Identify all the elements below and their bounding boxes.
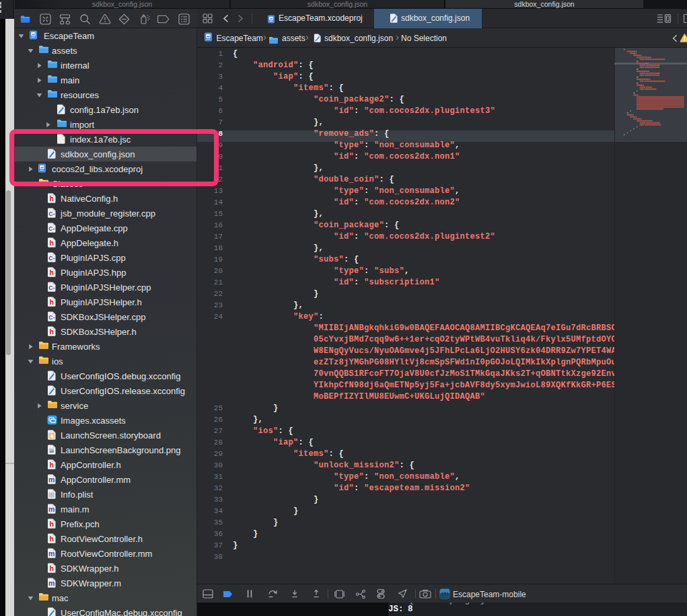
svg-text:m: m (48, 579, 55, 587)
svg-text:h: h (49, 268, 53, 276)
svg-text:+: + (52, 315, 55, 319)
svg-text:h: h (49, 520, 53, 528)
svg-text:+: + (52, 227, 55, 231)
svg-text:+: + (52, 256, 55, 260)
svg-text:m: m (48, 549, 55, 557)
svg-text:m: m (48, 475, 55, 484)
svg-text:h: h (49, 298, 53, 306)
svg-text:h: h (49, 328, 53, 336)
svg-text:h: h (49, 535, 53, 543)
svg-text:h: h (49, 239, 53, 247)
svg-text:m: m (48, 505, 55, 513)
svg-text:h: h (49, 461, 53, 469)
svg-text:+: + (52, 286, 55, 290)
svg-text:+: + (52, 212, 55, 216)
svg-text:h: h (49, 194, 53, 202)
svg-text:h: h (49, 564, 53, 572)
